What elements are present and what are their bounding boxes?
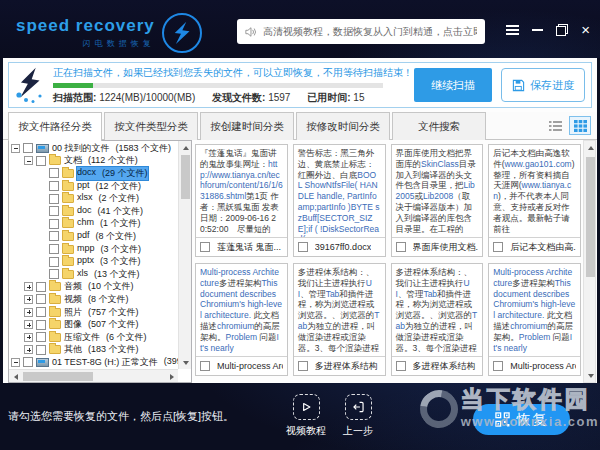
save-progress-button[interactable]: 保存进度	[501, 68, 585, 102]
list-view-icon[interactable]	[544, 116, 566, 135]
tree-row[interactable]: 01 TEST-8G (H:) 正常文件(3991	[9, 356, 178, 369]
tree-checkbox[interactable]	[49, 269, 59, 279]
tree-row[interactable]: xls(13 个文件)	[9, 268, 178, 281]
tree-checkbox[interactable]	[49, 219, 59, 229]
scan-stats: 扫描范围: 1224(MB)/10000(MB) 发现文件数: 1597 已用时…	[53, 91, 414, 105]
tree-row[interactable]: docx(29 个文件)	[9, 167, 178, 180]
text-segment: chromium	[510, 321, 547, 331]
tree-row[interactable]: 00 找到的文件(1583 个文件)	[9, 142, 178, 155]
tree-checkbox[interactable]	[49, 194, 59, 204]
tree-row[interactable]: 音频(10 个文件)	[9, 281, 178, 294]
tree-row[interactable]: 照片(757 个文件)	[9, 306, 178, 319]
scrollbar-thumb[interactable]	[23, 372, 93, 381]
tree-checkbox[interactable]	[36, 282, 46, 292]
previous-step-button[interactable]: 上一步	[336, 394, 380, 438]
tree-label: 音频(10 个文件)	[64, 280, 134, 293]
file-card: 多进程体系结构：、我们让主进程执行UI、管理Tab和插件进程，称为浏览进程或浏览…	[293, 263, 386, 376]
tree-checkbox[interactable]	[36, 332, 46, 342]
tree-row[interactable]: pptx(3 个文件)	[9, 255, 178, 268]
watermark-logo-icon	[412, 382, 465, 435]
menu-icon[interactable]	[506, 25, 519, 35]
tree-label: 视频(8 个文件)	[64, 293, 129, 306]
tree-checkbox[interactable]	[23, 143, 33, 153]
tree-row[interactable]: 视频(8 个文件)	[9, 293, 178, 306]
close-icon[interactable]: ×	[581, 24, 590, 36]
card-checkbox[interactable]	[396, 361, 406, 371]
tab-5[interactable]: 文件搜索	[392, 112, 486, 140]
scroll-right-icon[interactable]	[165, 370, 178, 383]
video-tutorial-button[interactable]: 视频教程	[284, 394, 328, 438]
tab-3[interactable]: 按创建时间分类	[200, 112, 294, 140]
grid-view-icon[interactable]	[569, 116, 591, 135]
card-checkbox[interactable]	[200, 242, 210, 252]
tree-checkbox[interactable]	[36, 345, 46, 355]
save-progress-label: 保存进度	[530, 78, 574, 93]
tree-checkbox[interactable]	[36, 307, 46, 317]
scroll-up-icon[interactable]	[584, 141, 597, 154]
expand-icon[interactable]	[24, 333, 33, 342]
tree-checkbox[interactable]	[49, 206, 59, 216]
card-footer: Multi-process Arc...	[196, 356, 287, 375]
tree-file-count: (29 个文件)	[102, 167, 148, 180]
card-checkbox[interactable]	[493, 242, 503, 252]
collapse-icon[interactable]	[24, 156, 33, 165]
tree-file-count: (507 个文件)	[88, 318, 139, 331]
found-files-value: 1597	[268, 92, 290, 103]
tree-checkbox[interactable]	[36, 156, 46, 166]
scrollbar-thumb[interactable]	[181, 155, 190, 199]
tab-4[interactable]: 按修改时间分类	[296, 112, 390, 140]
collapse-icon[interactable]	[11, 358, 20, 367]
scroll-down-icon[interactable]	[179, 356, 192, 369]
minimize-icon[interactable]	[532, 29, 543, 31]
tree-checkbox[interactable]	[49, 244, 59, 254]
expand-icon[interactable]	[24, 282, 33, 291]
continue-scan-button[interactable]: 继续扫描	[414, 68, 492, 102]
card-footer: Multi-process Arc...	[489, 356, 580, 375]
tree-row[interactable]: 压缩文件(6 个文件)	[9, 331, 178, 344]
expand-icon[interactable]	[24, 295, 33, 304]
tree-checkbox[interactable]	[23, 357, 33, 367]
expand-icon[interactable]	[24, 308, 33, 317]
tree-row[interactable]: xlsx(2 个文件)	[9, 192, 178, 205]
tree-file-count: (41 个文件)	[98, 205, 144, 218]
tree-row[interactable]: 其他(183 个文件)	[9, 344, 178, 357]
scrollbar-thumb[interactable]	[586, 157, 595, 277]
card-preview-text: Multi-process Architecture多进程架构This docu…	[196, 264, 287, 356]
file-card: 『莲蓬鬼话』鬼面讲的鬼故事集网址：http://www.tianya.cn/te…	[195, 144, 288, 257]
restore-icon[interactable]	[556, 24, 568, 36]
tree-row[interactable]: pdf(8 个文件)	[9, 230, 178, 243]
card-checkbox[interactable]	[396, 242, 406, 252]
scroll-left-icon[interactable]	[9, 370, 22, 383]
tree-row[interactable]: mpp(3 个文件)	[9, 243, 178, 256]
tree-horizontal-scrollbar[interactable]	[9, 369, 178, 382]
logo-title: speed recovery	[16, 17, 155, 34]
tab-2[interactable]: 按文件类型分类	[104, 112, 198, 140]
card-checkbox[interactable]	[298, 242, 308, 252]
card-checkbox[interactable]	[200, 361, 210, 371]
tree-checkbox[interactable]	[49, 181, 59, 191]
tab-1[interactable]: 按文件路径分类	[8, 112, 102, 141]
scroll-up-icon[interactable]	[179, 141, 192, 154]
expand-icon[interactable]	[24, 345, 33, 354]
text-segment: Tab	[326, 289, 340, 299]
recover-button[interactable]: 恢复	[473, 404, 570, 435]
tree-checkbox[interactable]	[36, 320, 46, 330]
tree-checkbox[interactable]	[36, 294, 46, 304]
tree-row[interactable]: chm(1 个文件)	[9, 218, 178, 231]
scroll-down-icon[interactable]	[584, 369, 597, 382]
tree-row[interactable]: 图像(507 个文件)	[9, 318, 178, 331]
card-checkbox[interactable]	[298, 361, 308, 371]
tree-row[interactable]: doc(41 个文件)	[9, 205, 178, 218]
tree-checkbox[interactable]	[49, 231, 59, 241]
expand-icon[interactable]	[24, 320, 33, 329]
tree-row[interactable]: ppt(12 个文件)	[9, 180, 178, 193]
collapse-icon[interactable]	[11, 144, 20, 153]
announcement-banner[interactable]: 高清视频教程，数据恢复从入门到精通，点击立即学习！	[237, 19, 485, 44]
tree-checkbox[interactable]	[49, 257, 59, 267]
tree-vertical-scrollbar[interactable]	[178, 141, 191, 369]
cards-vertical-scrollbar[interactable]	[583, 140, 596, 383]
tree-checkbox[interactable]	[49, 168, 59, 178]
card-checkbox[interactable]	[493, 361, 503, 371]
file-tree: 00 找到的文件(1583 个文件)文档(112 个文件)docx(29 个文件…	[9, 142, 178, 369]
tree-row[interactable]: 文档(112 个文件)	[9, 155, 178, 168]
